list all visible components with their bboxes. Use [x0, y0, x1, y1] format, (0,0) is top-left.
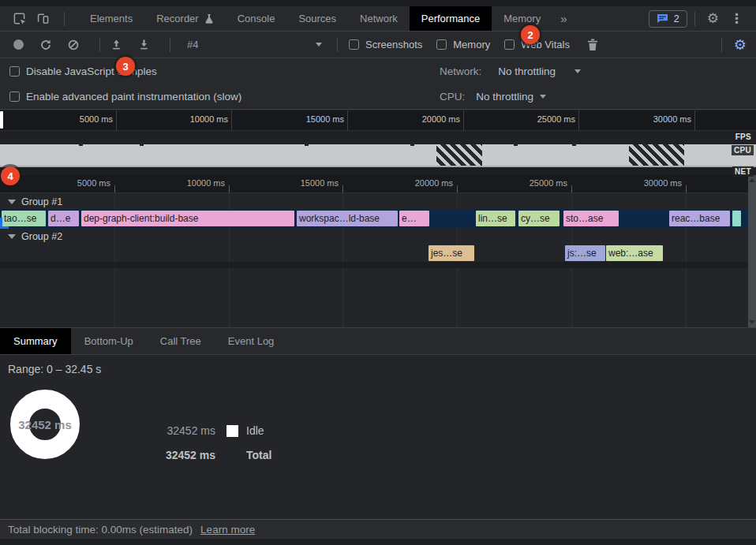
flame-bar[interactable]: [732, 211, 741, 226]
total-blocking-time-text: Total blocking time: 0.00ms (estimated): [8, 524, 193, 536]
checkbox-box: [504, 39, 515, 50]
group1-label: Group #1: [21, 196, 62, 207]
overview-ruler-label: 5000 ms: [80, 114, 113, 124]
tab-console[interactable]: Console: [226, 6, 287, 31]
group2-header[interactable]: Group #2: [0, 230, 748, 244]
settings-gear-icon[interactable]: ⚙: [702, 12, 724, 25]
selection-bracket: [0, 218, 9, 229]
overview-ruler-label: 25000 ms: [537, 114, 575, 124]
range-label: Range: 0 – 32.45 s: [8, 363, 101, 375]
flame-bar[interactable]: d…e: [48, 211, 79, 226]
cpu-idle-hatch: [436, 144, 482, 166]
flame-bar[interactable]: web:…ase: [606, 245, 663, 261]
tab-call-tree[interactable]: Call Tree: [147, 328, 215, 354]
tab-recorder[interactable]: Recorder: [144, 6, 225, 31]
cpu-value: No throttling: [476, 91, 533, 103]
clear-button[interactable]: [65, 36, 82, 54]
screenshots-checkbox[interactable]: Screenshots: [349, 39, 422, 50]
flame-bar[interactable]: lin…se: [476, 211, 515, 226]
vertical-scrollbar[interactable]: [748, 175, 756, 327]
flame-bar[interactable]: e…: [399, 211, 429, 226]
legend-row-idle: 32452 ms Idle: [160, 424, 271, 437]
net-lane-label: NET: [732, 166, 754, 177]
timeline-overview[interactable]: 5000 ms10000 ms15000 ms20000 ms25000 ms3…: [0, 110, 756, 175]
save-profile-button[interactable]: [135, 36, 152, 54]
donut-center-value: 32452 ms: [18, 418, 72, 431]
memory-checkbox[interactable]: Memory: [436, 39, 490, 50]
memory-label: Memory: [453, 39, 490, 50]
more-options-icon[interactable]: ⋮: [724, 12, 750, 25]
flame-ruler-tick: [229, 185, 230, 192]
history-select[interactable]: #4: [178, 35, 330, 54]
flame-bar[interactable]: sto…ase: [563, 211, 619, 226]
cpu-activity-mark: [305, 142, 309, 146]
record-button[interactable]: [9, 36, 27, 54]
tab-performance[interactable]: Performance: [410, 6, 492, 31]
disclosure-triangle-icon: [8, 234, 16, 239]
track-separator: [0, 262, 748, 268]
flame-body: Group #1 tao…sed…edep-graph-client:build…: [0, 193, 748, 327]
overview-ruler-label: 15000 ms: [306, 114, 344, 124]
group2-bars-row: jes…sejs:…seweb:…ase: [0, 244, 748, 261]
devtools-window: Elements Recorder Console Sources Networ…: [0, 0, 756, 545]
trash-icon[interactable]: [584, 36, 601, 54]
inspect-element-icon[interactable]: [9, 9, 28, 28]
cpu-throttle-select[interactable]: CPU: No throttling: [440, 91, 546, 103]
tabbar-right-controls: 2 ⚙ ⋮: [649, 10, 756, 28]
cpu-label: CPU:: [440, 91, 465, 103]
checkbox-box: [436, 39, 447, 50]
device-toolbar-icon[interactable]: [33, 9, 52, 28]
annotation-badge[interactable]: 4: [1, 166, 20, 185]
overview-ruler-tick: [116, 110, 117, 131]
overview-left-handle[interactable]: [0, 111, 3, 129]
messages-counter-button[interactable]: 2: [649, 10, 687, 28]
overview-ruler-label: 20000 ms: [422, 114, 460, 124]
advanced-paint-checkbox[interactable]: Enable advanced paint instrumentation (s…: [9, 91, 241, 103]
flame-chart[interactable]: 5000 ms10000 ms15000 ms20000 ms25000 ms3…: [0, 175, 756, 327]
tab-elements[interactable]: Elements: [78, 6, 144, 31]
flame-ruler-tick: [571, 185, 572, 192]
load-profile-button[interactable]: [107, 36, 125, 54]
more-tabs-button[interactable]: »: [552, 6, 574, 31]
devtools-tabbar: Elements Recorder Console Sources Networ…: [0, 6, 756, 32]
separator: [337, 38, 338, 52]
performance-toolbar: #4 Screenshots Memory Web Vitals ⚙: [0, 32, 756, 58]
flame-bar[interactable]: cy…se: [518, 211, 560, 226]
flame-bar[interactable]: reac…base: [669, 211, 730, 226]
tab-network[interactable]: Network: [348, 6, 410, 31]
overview-ruler-label: 30000 ms: [653, 114, 691, 124]
fps-lane-label: FPS: [733, 132, 754, 142]
tab-bottom-up[interactable]: Bottom-Up: [71, 328, 147, 354]
tab-summary[interactable]: Summary: [0, 328, 71, 354]
flame-bar[interactable]: workspac…ld-base: [297, 211, 398, 226]
window-bottom-strip: [0, 539, 756, 545]
flame-ruler-tick: [457, 185, 458, 192]
panel-tabs: Elements Recorder Console Sources Networ…: [78, 6, 574, 31]
group1-header[interactable]: Group #1: [0, 195, 748, 209]
cpu-activity-mark: [140, 142, 144, 146]
flame-bar[interactable]: jes…se: [429, 245, 474, 261]
screenshots-label: Screenshots: [365, 39, 422, 50]
idle-donut-chart: 32452 ms: [10, 390, 80, 459]
flame-ruler-tick: [342, 185, 343, 192]
caret-down-icon: [540, 95, 546, 99]
annotation-badge[interactable]: 3: [116, 57, 135, 76]
scroll-up-arrow-icon[interactable]: [749, 178, 755, 182]
flame-ruler-label: 25000 ms: [530, 178, 567, 188]
tab-sources[interactable]: Sources: [286, 6, 348, 31]
flame-bar[interactable]: js:…se: [565, 245, 605, 261]
scroll-down-arrow-icon[interactable]: [749, 320, 755, 324]
tab-memory[interactable]: Memory: [492, 6, 552, 31]
flame-ruler: 5000 ms10000 ms15000 ms20000 ms25000 ms3…: [0, 175, 748, 193]
reload-and-record-button[interactable]: [37, 36, 54, 54]
network-throttle-select[interactable]: Network: No throttling: [440, 65, 581, 77]
capture-settings-gear-icon[interactable]: ⚙: [729, 38, 751, 52]
checkbox-box: [349, 39, 359, 50]
annotation-badge[interactable]: 2: [521, 25, 540, 44]
separator: [721, 38, 722, 52]
flame-bar[interactable]: dep-graph-client:build-base: [81, 211, 294, 226]
record-dot-icon: [13, 39, 24, 50]
tab-event-log[interactable]: Event Log: [215, 328, 288, 354]
messages-count: 2: [674, 13, 679, 24]
learn-more-link[interactable]: Learn more: [200, 524, 255, 536]
